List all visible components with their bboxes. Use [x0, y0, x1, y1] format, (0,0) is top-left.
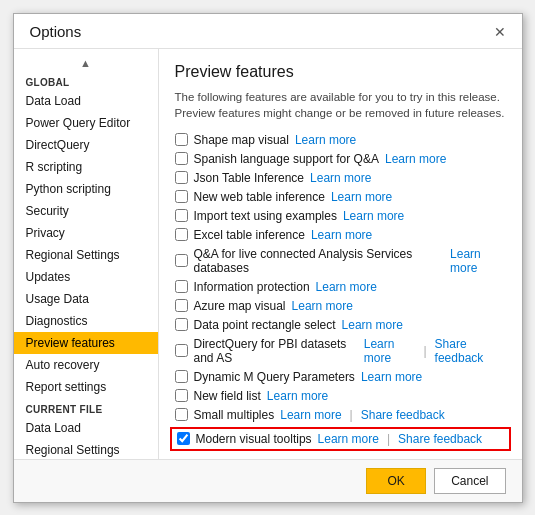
feature-small-multiples-label: Small multiples	[194, 408, 275, 422]
feature-list: Shape map visual Learn more Spanish lang…	[175, 133, 506, 451]
sidebar-item-diagnostics[interactable]: Diagnostics	[14, 310, 158, 332]
sidebar: ▲ GLOBAL Data Load Power Query Editor Di…	[14, 49, 159, 459]
content-area: Preview features The following features …	[159, 49, 522, 459]
feature-json-table-learn-more[interactable]: Learn more	[310, 171, 371, 185]
feature-modern-tooltips-label: Modern visual tooltips	[196, 432, 312, 446]
feature-small-multiples-checkbox[interactable]	[175, 408, 188, 421]
feature-directquery-pbi-checkbox[interactable]	[175, 344, 188, 357]
ok-button[interactable]: OK	[366, 468, 426, 494]
feature-data-point-label: Data point rectangle select	[194, 318, 336, 332]
feature-info-protection-checkbox[interactable]	[175, 280, 188, 293]
feature-info-protection-label: Information protection	[194, 280, 310, 294]
dialog-footer: OK Cancel	[14, 459, 522, 502]
feature-qa-live: Q&A for live connected Analysis Services…	[175, 247, 506, 275]
feature-shape-map-label: Shape map visual	[194, 133, 289, 147]
feature-azure-map-label: Azure map visual	[194, 299, 286, 313]
feature-excel-table-label: Excel table inference	[194, 228, 305, 242]
feature-new-field-list-label: New field list	[194, 389, 261, 403]
options-dialog: Options ✕ ▲ GLOBAL Data Load Power Query…	[13, 13, 523, 503]
close-button[interactable]: ✕	[490, 22, 510, 42]
feature-shape-map-learn-more[interactable]: Learn more	[295, 133, 356, 147]
feature-directquery-pbi: DirectQuery for PBI datasets and AS Lear…	[175, 337, 506, 365]
feature-qa-live-checkbox[interactable]	[175, 254, 188, 267]
feature-new-web-table: New web table inference Learn more	[175, 190, 506, 204]
sidebar-item-security[interactable]: Security	[14, 200, 158, 222]
feature-dynamic-m-learn-more[interactable]: Learn more	[361, 370, 422, 384]
feature-import-text-checkbox[interactable]	[175, 209, 188, 222]
separator-2: |	[350, 408, 353, 422]
feature-directquery-pbi-learn-more[interactable]: Learn more	[364, 337, 416, 365]
feature-small-multiples-learn-more[interactable]: Learn more	[280, 408, 341, 422]
feature-spanish-qa-learn-more[interactable]: Learn more	[385, 152, 446, 166]
scroll-up-arrow[interactable]: ▲	[14, 55, 158, 71]
feature-dynamic-m: Dynamic M Query Parameters Learn more	[175, 370, 506, 384]
feature-shape-map-checkbox[interactable]	[175, 133, 188, 146]
separator-3: |	[387, 432, 390, 446]
feature-dynamic-m-checkbox[interactable]	[175, 370, 188, 383]
sidebar-item-regional[interactable]: Regional Settings	[14, 244, 158, 266]
title-bar: Options ✕	[14, 14, 522, 49]
feature-small-multiples: Small multiples Learn more | Share feedb…	[175, 408, 506, 422]
feature-dynamic-m-label: Dynamic M Query Parameters	[194, 370, 355, 384]
sidebar-item-data-load[interactable]: Data Load	[14, 90, 158, 112]
feature-json-table-label: Json Table Inference	[194, 171, 305, 185]
separator-1: |	[423, 344, 426, 358]
feature-qa-live-label: Q&A for live connected Analysis Services…	[194, 247, 445, 275]
feature-spanish-qa: Spanish language support for Q&A Learn m…	[175, 152, 506, 166]
feature-import-text: Import text using examples Learn more	[175, 209, 506, 223]
sidebar-item-report-settings[interactable]: Report settings	[14, 376, 158, 398]
feature-info-protection-learn-more[interactable]: Learn more	[316, 280, 377, 294]
feature-json-table-checkbox[interactable]	[175, 171, 188, 184]
feature-new-field-list-checkbox[interactable]	[175, 389, 188, 402]
sidebar-item-updates[interactable]: Updates	[14, 266, 158, 288]
sidebar-item-power-query[interactable]: Power Query Editor	[14, 112, 158, 134]
feature-directquery-pbi-label: DirectQuery for PBI datasets and AS	[194, 337, 358, 365]
dialog-title: Options	[30, 23, 82, 40]
current-file-section-label: CURRENT FILE	[14, 398, 158, 417]
feature-azure-map-learn-more[interactable]: Learn more	[292, 299, 353, 313]
feature-data-point: Data point rectangle select Learn more	[175, 318, 506, 332]
feature-spanish-qa-label: Spanish language support for Q&A	[194, 152, 379, 166]
feature-spanish-qa-checkbox[interactable]	[175, 152, 188, 165]
feature-excel-table-checkbox[interactable]	[175, 228, 188, 241]
cancel-button[interactable]: Cancel	[434, 468, 505, 494]
feature-data-point-learn-more[interactable]: Learn more	[342, 318, 403, 332]
sidebar-item-preview-features[interactable]: Preview features	[14, 332, 158, 354]
feature-info-protection: Information protection Learn more	[175, 280, 506, 294]
feature-new-field-list: New field list Learn more	[175, 389, 506, 403]
feature-import-text-label: Import text using examples	[194, 209, 337, 223]
feature-excel-table-learn-more[interactable]: Learn more	[311, 228, 372, 242]
sidebar-item-cf-regional[interactable]: Regional Settings	[14, 439, 158, 459]
feature-qa-live-learn-more[interactable]: Learn more	[450, 247, 505, 275]
sidebar-item-cf-data-load[interactable]: Data Load	[14, 417, 158, 439]
sidebar-item-directquery[interactable]: DirectQuery	[14, 134, 158, 156]
feature-directquery-pbi-share-feedback[interactable]: Share feedback	[435, 337, 506, 365]
content-title: Preview features	[175, 63, 506, 81]
feature-small-multiples-share-feedback[interactable]: Share feedback	[361, 408, 445, 422]
feature-new-web-table-checkbox[interactable]	[175, 190, 188, 203]
feature-modern-tooltips-checkbox[interactable]	[177, 432, 190, 445]
feature-azure-map-checkbox[interactable]	[175, 299, 188, 312]
feature-azure-map: Azure map visual Learn more	[175, 299, 506, 313]
feature-modern-tooltips-learn-more[interactable]: Learn more	[318, 432, 379, 446]
feature-modern-tooltips: Modern visual tooltips Learn more | Shar…	[170, 427, 511, 451]
feature-import-text-learn-more[interactable]: Learn more	[343, 209, 404, 223]
feature-shape-map: Shape map visual Learn more	[175, 133, 506, 147]
feature-new-field-list-learn-more[interactable]: Learn more	[267, 389, 328, 403]
content-description: The following features are available for…	[175, 89, 506, 121]
global-section-label: GLOBAL	[14, 71, 158, 90]
feature-excel-table: Excel table inference Learn more	[175, 228, 506, 242]
sidebar-item-usage-data[interactable]: Usage Data	[14, 288, 158, 310]
feature-json-table: Json Table Inference Learn more	[175, 171, 506, 185]
dialog-body: ▲ GLOBAL Data Load Power Query Editor Di…	[14, 49, 522, 459]
feature-new-web-table-learn-more[interactable]: Learn more	[331, 190, 392, 204]
sidebar-item-auto-recovery[interactable]: Auto recovery	[14, 354, 158, 376]
sidebar-item-python-scripting[interactable]: Python scripting	[14, 178, 158, 200]
feature-new-web-table-label: New web table inference	[194, 190, 325, 204]
sidebar-item-r-scripting[interactable]: R scripting	[14, 156, 158, 178]
sidebar-item-privacy[interactable]: Privacy	[14, 222, 158, 244]
feature-data-point-checkbox[interactable]	[175, 318, 188, 331]
feature-modern-tooltips-share-feedback[interactable]: Share feedback	[398, 432, 482, 446]
